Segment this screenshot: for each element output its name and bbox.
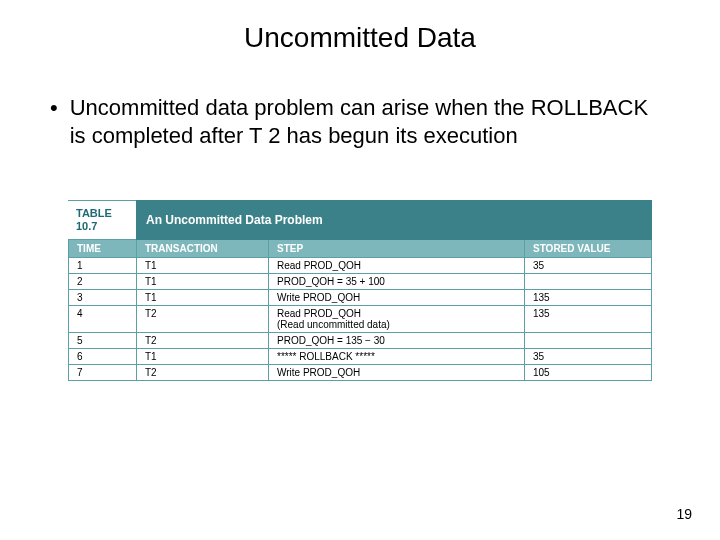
table-row: 4 T2 Read PROD_QOH (Read uncommitted dat… (69, 306, 652, 333)
table-row: 2 T1 PROD_QOH = 35 + 100 (69, 274, 652, 290)
table-container: TABLE 10.7 An Uncommitted Data Problem T… (68, 200, 652, 381)
table-row: 7 T2 Write PROD_QOH 105 (69, 365, 652, 381)
col-header-time: TIME (69, 240, 137, 258)
cell-val: 35 (525, 349, 652, 365)
cell-step: PROD_QOH = 35 + 100 (269, 274, 525, 290)
table-header-row: TIME TRANSACTION STEP STORED VALUE (69, 240, 652, 258)
cell-time: 5 (69, 333, 137, 349)
table-row: 6 T1 ***** ROLLBACK ***** 35 (69, 349, 652, 365)
cell-txn: T1 (137, 258, 269, 274)
cell-time: 2 (69, 274, 137, 290)
col-header-transaction: TRANSACTION (137, 240, 269, 258)
cell-step: Write PROD_QOH (269, 365, 525, 381)
cell-time: 6 (69, 349, 137, 365)
bullet-list: • Uncommitted data problem can arise whe… (50, 94, 670, 150)
cell-step-main: Read PROD_QOH (277, 308, 361, 319)
cell-txn: T2 (137, 333, 269, 349)
cell-time: 7 (69, 365, 137, 381)
table-label-line1: TABLE (76, 207, 112, 219)
cell-txn: T2 (137, 365, 269, 381)
slide-title: Uncommitted Data (0, 22, 720, 54)
col-header-stored-value: STORED VALUE (525, 240, 652, 258)
cell-val: 135 (525, 306, 652, 333)
cell-val: 35 (525, 258, 652, 274)
page-number: 19 (676, 506, 692, 522)
cell-val (525, 333, 652, 349)
cell-step: Read PROD_QOH (Read uncommitted data) (269, 306, 525, 333)
table-label: TABLE 10.7 (68, 200, 136, 240)
bullet-item: • Uncommitted data problem can arise whe… (50, 94, 670, 150)
cell-step-sub: (Read uncommitted data) (277, 319, 390, 330)
cell-val (525, 274, 652, 290)
cell-step: PROD_QOH = 135 − 30 (269, 333, 525, 349)
table-caption-row: TABLE 10.7 An Uncommitted Data Problem (68, 200, 652, 240)
table-row: 3 T1 Write PROD_QOH 135 (69, 290, 652, 306)
cell-time: 3 (69, 290, 137, 306)
cell-txn: T2 (137, 306, 269, 333)
table-row: 1 T1 Read PROD_QOH 35 (69, 258, 652, 274)
cell-step: ***** ROLLBACK ***** (269, 349, 525, 365)
cell-txn: T1 (137, 290, 269, 306)
data-table: TIME TRANSACTION STEP STORED VALUE 1 T1 … (68, 240, 652, 381)
cell-step: Read PROD_QOH (269, 258, 525, 274)
table-label-line2: 10.7 (76, 220, 97, 232)
col-header-step: STEP (269, 240, 525, 258)
bullet-dot: • (50, 94, 58, 122)
cell-val: 135 (525, 290, 652, 306)
table-caption: An Uncommitted Data Problem (136, 200, 652, 240)
cell-txn: T1 (137, 349, 269, 365)
cell-time: 4 (69, 306, 137, 333)
cell-txn: T1 (137, 274, 269, 290)
cell-time: 1 (69, 258, 137, 274)
cell-step: Write PROD_QOH (269, 290, 525, 306)
table-row: 5 T2 PROD_QOH = 135 − 30 (69, 333, 652, 349)
cell-val: 105 (525, 365, 652, 381)
bullet-text: Uncommitted data problem can arise when … (70, 94, 670, 150)
